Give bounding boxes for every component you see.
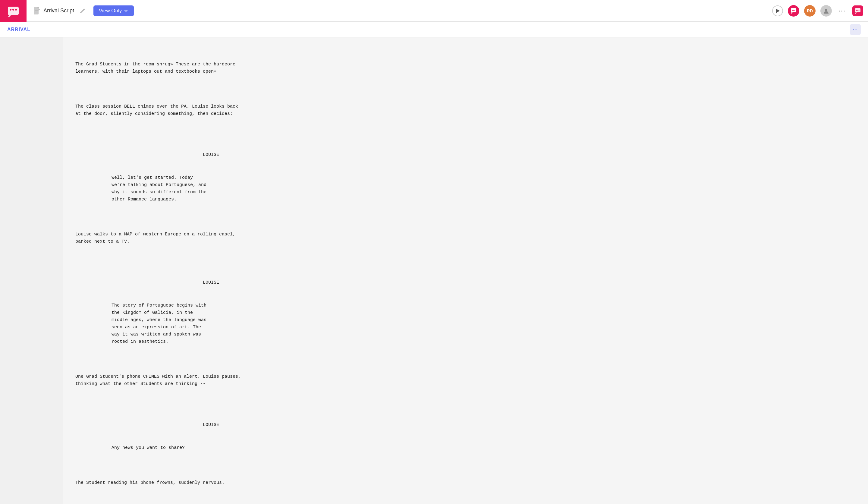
view-only-button[interactable]: View Only: [93, 6, 134, 16]
right-action-bar: RD ···: [772, 5, 863, 17]
subtitle-bar: ARRIVAL ···: [0, 22, 868, 37]
view-only-label: View Only: [99, 8, 122, 14]
file-icon: [32, 7, 41, 15]
script-character-name: LOUISE: [75, 421, 347, 429]
svg-point-11: [794, 10, 795, 11]
app-logo[interactable]: [0, 0, 27, 22]
svg-point-3: [15, 9, 17, 11]
play-icon: [775, 8, 780, 13]
script-dialogue: Any news you want to share?: [75, 444, 347, 452]
section-label: ARRIVAL: [7, 27, 30, 32]
script-action-line: Louise walks to a MAP of western Europe …: [75, 231, 347, 245]
play-button[interactable]: [772, 6, 783, 16]
main-content: The Grad Students in the room shrug» The…: [0, 37, 868, 504]
script-character-name: LOUISE: [75, 151, 347, 158]
person-icon: [823, 8, 829, 14]
svg-point-16: [859, 10, 860, 11]
bell-icon: [855, 8, 861, 14]
script-dialogue: The story of Portuguese begins with the …: [75, 302, 347, 346]
svg-marker-7: [776, 9, 780, 13]
subtitle-more-button[interactable]: ···: [850, 24, 861, 35]
svg-rect-0: [8, 7, 19, 15]
logo-icon: [7, 4, 20, 18]
left-sidebar: [0, 37, 63, 504]
edit-button[interactable]: [78, 6, 87, 16]
user-avatar-rd[interactable]: RD: [804, 5, 816, 17]
script-text: The Grad Students in the room shrug» The…: [75, 47, 347, 504]
comment-icon: [790, 8, 797, 14]
svg-point-9: [792, 10, 793, 11]
comment-button[interactable]: [788, 5, 799, 17]
svg-point-12: [825, 9, 827, 11]
svg-point-15: [857, 10, 858, 11]
script-action-line: The class session BELL chimes over the P…: [75, 103, 347, 117]
script-dialogue: Well, let's get started. Today we're tal…: [75, 174, 347, 203]
svg-point-2: [12, 9, 14, 11]
more-options-button[interactable]: ···: [837, 6, 847, 16]
script-character-name: LOUISE: [75, 279, 347, 286]
document-title: Arrival Script: [43, 8, 74, 14]
script-action-line: The Grad Students in the room shrug» The…: [75, 61, 347, 75]
svg-point-14: [856, 10, 857, 11]
user-avatar-guest[interactable]: [820, 5, 832, 17]
chevron-down-icon: [124, 8, 128, 13]
pencil-icon: [79, 8, 86, 14]
script-content-area[interactable]: The Grad Students in the room shrug» The…: [63, 37, 868, 504]
script-action-line: The Student reading his phone frowns, su…: [75, 479, 347, 486]
svg-point-10: [793, 10, 794, 11]
script-action-line: One Grad Student's phone CHIMES with an …: [75, 373, 347, 388]
top-navigation-bar: Arrival Script View Only: [0, 0, 868, 22]
svg-point-1: [10, 9, 11, 11]
document-info: Arrival Script: [32, 7, 74, 15]
notification-button[interactable]: [852, 6, 863, 16]
